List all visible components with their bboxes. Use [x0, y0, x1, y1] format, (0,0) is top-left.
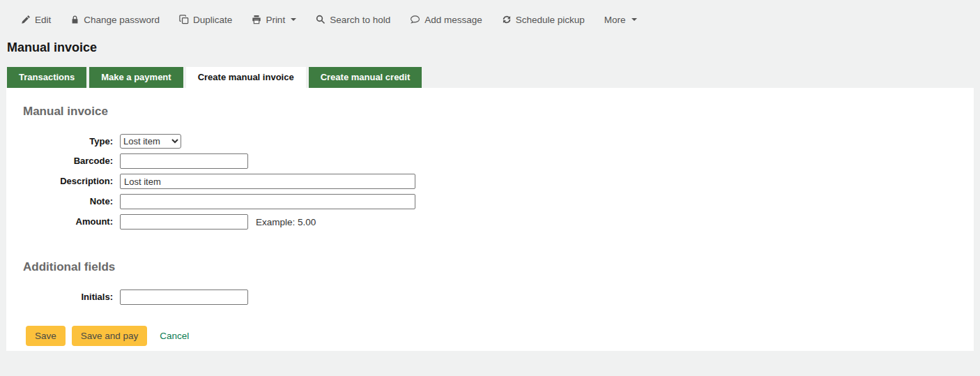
tab-create-manual-credit[interactable]: Create manual credit: [309, 67, 422, 88]
comment-icon: [410, 15, 420, 24]
duplicate-icon: [179, 15, 189, 24]
edit-button-label: Edit: [35, 15, 51, 25]
duplicate-button-label: Duplicate: [193, 15, 232, 25]
print-button-label: Print: [266, 15, 285, 25]
main-content-panel: Manual invoice Type: Lost item Barcode: …: [6, 88, 974, 351]
refresh-icon: [502, 15, 512, 24]
save-and-pay-button[interactable]: Save and pay: [72, 326, 148, 346]
duplicate-button[interactable]: Duplicate: [179, 15, 232, 25]
barcode-row: Barcode:: [23, 153, 974, 169]
description-label: Description:: [23, 174, 113, 189]
search-to-hold-button[interactable]: Search to hold: [316, 15, 390, 25]
change-password-button[interactable]: Change password: [70, 15, 160, 25]
edit-button[interactable]: Edit: [21, 15, 51, 25]
pencil-icon: [21, 15, 31, 24]
additional-fields-heading: Additional fields: [23, 260, 974, 274]
add-message-button[interactable]: Add message: [410, 15, 482, 25]
description-row: Description:: [23, 174, 974, 189]
initials-input[interactable]: [120, 289, 248, 305]
note-label: Note:: [23, 194, 113, 209]
type-label: Type:: [23, 134, 113, 149]
type-row: Type: Lost item: [23, 134, 974, 149]
initials-row: Initials:: [23, 289, 974, 305]
note-input[interactable]: [120, 194, 415, 209]
invoice-section-heading: Manual invoice: [23, 105, 974, 119]
barcode-label: Barcode:: [23, 153, 113, 169]
description-input[interactable]: [120, 174, 415, 189]
more-button[interactable]: More: [604, 15, 637, 25]
search-to-hold-button-label: Search to hold: [330, 15, 390, 25]
save-button[interactable]: Save: [26, 326, 66, 346]
more-button-label: More: [604, 15, 626, 25]
tab-make-a-payment[interactable]: Make a payment: [89, 67, 183, 88]
note-row: Note:: [23, 194, 974, 209]
lock-icon: [70, 15, 79, 24]
caret-down-icon: [631, 18, 637, 24]
amount-label: Amount:: [23, 214, 113, 230]
amount-hint: Example: 5.00: [256, 217, 316, 227]
printer-icon: [252, 15, 261, 24]
amount-row: Amount: Example: 5.00: [23, 214, 974, 230]
tab-create-manual-invoice[interactable]: Create manual invoice: [186, 67, 306, 88]
amount-input[interactable]: [120, 214, 248, 230]
form-actions: Save Save and pay Cancel: [26, 326, 974, 346]
type-select[interactable]: Lost item: [120, 134, 181, 149]
cancel-link[interactable]: Cancel: [160, 331, 189, 341]
print-button[interactable]: Print: [252, 15, 296, 25]
member-toolbar: Edit Change password Duplicate Print Sea…: [0, 0, 980, 28]
tab-transactions[interactable]: Transactions: [7, 67, 86, 88]
initials-label: Initials:: [23, 289, 113, 305]
add-message-button-label: Add message: [424, 15, 482, 25]
caret-down-icon: [291, 18, 296, 24]
change-password-button-label: Change password: [84, 15, 160, 25]
schedule-pickup-button[interactable]: Schedule pickup: [502, 15, 585, 25]
page-title: Manual invoice: [7, 40, 980, 55]
barcode-input[interactable]: [120, 153, 248, 169]
schedule-pickup-button-label: Schedule pickup: [516, 15, 585, 25]
search-icon: [316, 15, 326, 24]
account-tabs: Transactions Make a payment Create manua…: [7, 67, 980, 88]
